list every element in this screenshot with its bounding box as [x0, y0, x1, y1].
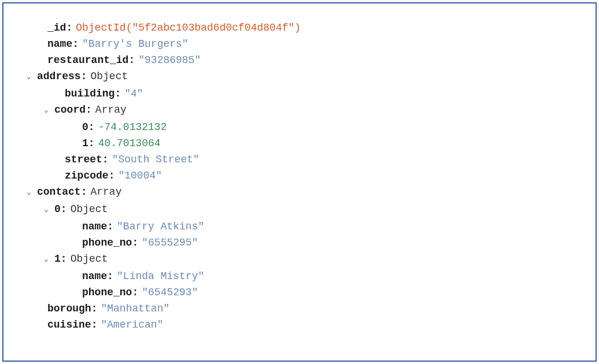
field-type-label: Object: [71, 251, 108, 267]
field-row-coord-0[interactable]: 0: -74.0132132: [3, 119, 596, 135]
field-value-number: -74.0132132: [98, 119, 167, 135]
field-key: address: [37, 68, 81, 84]
field-key: _id: [47, 20, 66, 36]
field-row-address[interactable]: ⌄ address: Object: [3, 68, 596, 86]
field-key: 0: [82, 119, 88, 135]
field-key: name: [82, 268, 107, 284]
field-value-string: "Manhattan": [101, 300, 169, 317]
field-row-id[interactable]: _id: ObjectId("5f2abc103bad6d0cf04d804f"…: [3, 20, 596, 36]
field-value-objectid: ObjectId("5f2abc103bad6d0cf04d804f"): [76, 20, 301, 36]
field-row-address-building[interactable]: building: "4": [3, 86, 596, 102]
field-type-label: Object: [90, 68, 128, 84]
field-key: zipcode: [65, 168, 109, 184]
field-value-string: "93286985": [138, 52, 201, 68]
field-row-cuisine[interactable]: cuisine: "American": [3, 317, 596, 333]
field-row-name[interactable]: name: "Barry's Burgers": [3, 36, 596, 52]
field-value-string: "Barry's Burgers": [82, 36, 188, 52]
field-row-address-coord[interactable]: ⌄ coord: Array: [3, 102, 596, 119]
field-key: name: [47, 36, 72, 52]
chevron-down-icon[interactable]: ⌄: [27, 69, 37, 85]
field-key: 1: [82, 135, 88, 151]
chevron-down-icon[interactable]: ⌄: [27, 184, 37, 200]
field-key: cuisine: [47, 317, 91, 333]
field-value-string: "South Street": [112, 151, 199, 168]
field-value-number: 40.7013064: [98, 135, 161, 151]
field-key: building: [65, 86, 114, 102]
field-row-contact-0-name[interactable]: name: "Barry Atkins": [3, 218, 596, 235]
field-key: name: [82, 218, 107, 235]
field-row-contact[interactable]: ⌄ contact: Array: [3, 184, 596, 201]
field-key: contact: [37, 184, 81, 200]
field-row-borough[interactable]: borough: "Manhattan": [3, 300, 596, 317]
field-row-contact-1-name[interactable]: name: "Linda Mistry": [3, 268, 596, 284]
field-value-string: "6555295": [142, 235, 198, 251]
field-key: restaurant_id: [47, 52, 128, 68]
field-value-string: "6545293": [142, 284, 198, 300]
field-row-address-zipcode[interactable]: zipcode: "10004": [3, 168, 596, 184]
field-row-coord-1[interactable]: 1: 40.7013064: [3, 135, 596, 151]
document-tree-panel: _id: ObjectId("5f2abc103bad6d0cf04d804f"…: [2, 2, 597, 362]
field-type-label: Object: [71, 201, 108, 217]
field-row-contact-0-phone[interactable]: phone_no: "6555295": [3, 235, 596, 251]
chevron-down-icon[interactable]: ⌄: [44, 202, 54, 218]
field-value-string: "Barry Atkins": [117, 218, 204, 235]
field-type-label: Array: [90, 184, 121, 200]
field-row-restaurant-id[interactable]: restaurant_id: "93286985": [3, 52, 596, 68]
field-value-string: "4": [124, 86, 143, 102]
field-key: street: [65, 151, 102, 168]
chevron-down-icon[interactable]: ⌄: [44, 251, 54, 268]
field-key: phone_no: [82, 284, 132, 300]
field-row-contact-0[interactable]: ⌄ 0: Object: [3, 201, 596, 218]
field-value-string: "American": [101, 317, 163, 333]
field-key: phone_no: [82, 235, 132, 251]
field-key: 0: [54, 201, 61, 217]
chevron-down-icon[interactable]: ⌄: [44, 102, 54, 118]
field-value-string: "10004": [118, 168, 162, 184]
field-key: borough: [47, 300, 91, 317]
field-row-contact-1-phone[interactable]: phone_no: "6545293": [3, 284, 596, 300]
field-row-address-street[interactable]: street: "South Street": [3, 151, 596, 168]
field-key: coord: [54, 102, 86, 118]
field-row-contact-1[interactable]: ⌄ 1: Object: [3, 251, 596, 268]
field-type-label: Array: [95, 102, 127, 118]
field-value-string: "Linda Mistry": [117, 268, 204, 284]
field-key: 1: [54, 251, 61, 267]
